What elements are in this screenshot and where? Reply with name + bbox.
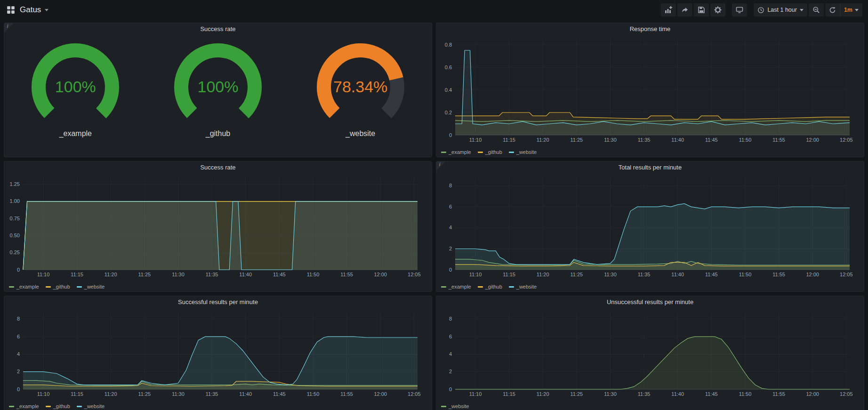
tv-mode-button[interactable] (732, 3, 747, 16)
legend-item-_github[interactable]: _github (478, 284, 502, 289)
legend-series-name: _github (53, 403, 70, 409)
svg-text:11:55: 11:55 (340, 272, 353, 277)
svg-text:11:45: 11:45 (273, 272, 286, 277)
gauge-github: 100% _github (151, 40, 285, 143)
svg-text:11:30: 11:30 (604, 272, 617, 277)
legend-color-marker (46, 286, 51, 288)
dashboard-settings-button[interactable] (710, 3, 725, 16)
svg-text:11:15: 11:15 (503, 272, 515, 277)
svg-text:11:15: 11:15 (503, 137, 515, 143)
gear-icon (714, 6, 722, 14)
zoom-out-button[interactable] (809, 3, 824, 16)
dashboard-caret-down-icon[interactable] (45, 9, 48, 11)
dashboard-header: Gatus (7, 5, 48, 15)
svg-text:12:05: 12:05 (840, 137, 853, 143)
chart-canvas[interactable]: 00.250.500.751.001.2511:1011:1511:2011:2… (6, 174, 429, 279)
svg-text:11:45: 11:45 (273, 391, 286, 397)
panel-title[interactable]: Success rate (4, 23, 432, 35)
svg-text:11:55: 11:55 (772, 391, 785, 397)
time-range-picker-button[interactable]: Last 1 hour (754, 3, 807, 16)
legend-item-_github[interactable]: _github (46, 284, 70, 289)
svg-text:11:10: 11:10 (37, 391, 50, 397)
svg-text:12:00: 12:00 (806, 137, 819, 143)
gauge-value: 100% (8, 78, 143, 96)
svg-text:11:50: 11:50 (307, 272, 320, 277)
add-panel-button[interactable] (661, 3, 676, 16)
panel-successful-results: Successful results per minute 0246811:10… (4, 296, 432, 410)
gauge-website: 78.34% _website (293, 40, 428, 143)
panel-info-icon[interactable]: i (436, 161, 446, 171)
legend-series-name: _website (449, 403, 469, 409)
top-navbar: Gatus (0, 0, 868, 20)
refresh-button[interactable] (825, 3, 840, 16)
time-series-plot[interactable]: 0246811:1011:1511:2011:2511:3011:3511:40… (438, 308, 861, 399)
chart-canvas[interactable]: 0246811:1011:1511:2011:2511:3011:3511:40… (438, 174, 861, 279)
chart-canvas[interactable]: 00.20.40.60.811:1011:1511:2011:2511:3011… (438, 35, 861, 145)
legend-item-_example[interactable]: _example (441, 149, 471, 155)
svg-text:11:50: 11:50 (739, 137, 752, 143)
svg-text:11:20: 11:20 (104, 272, 117, 277)
legend-series-name: _example (449, 284, 471, 289)
refresh-interval-button[interactable]: 1m (840, 3, 862, 16)
time-series-plot[interactable]: 0246811:1011:1511:2011:2511:3011:3511:40… (438, 174, 861, 279)
svg-text:6: 6 (449, 334, 452, 339)
legend-item-_example[interactable]: _example (9, 403, 39, 409)
legend-item-_website[interactable]: _website (77, 403, 104, 409)
legend-item-_website[interactable]: _website (77, 284, 104, 289)
legend-series-name: _github (53, 284, 70, 289)
svg-text:11:30: 11:30 (172, 272, 185, 277)
svg-text:11:25: 11:25 (138, 391, 151, 397)
svg-text:11:15: 11:15 (71, 272, 83, 277)
legend-color-marker (77, 286, 82, 288)
panel-title[interactable]: Success rate (4, 161, 432, 174)
svg-text:0.6: 0.6 (445, 64, 452, 70)
panel-response-time: Response time 00.20.40.60.811:1011:1511:… (436, 23, 864, 157)
svg-text:11:40: 11:40 (671, 272, 684, 277)
svg-text:11:40: 11:40 (671, 391, 684, 397)
svg-text:11:10: 11:10 (469, 137, 482, 143)
legend-item-_website[interactable]: _website (509, 149, 537, 155)
chart-canvas[interactable]: 0246811:1011:1511:2011:2511:3011:3511:40… (6, 308, 429, 399)
svg-text:11:25: 11:25 (138, 272, 151, 277)
svg-text:8: 8 (449, 183, 452, 188)
chart-legend: _example_github_website (441, 284, 537, 289)
svg-text:11:25: 11:25 (570, 137, 583, 143)
svg-text:2: 2 (449, 369, 452, 374)
chart-canvas[interactable]: 0246811:1011:1511:2011:2511:3011:3511:40… (438, 308, 861, 399)
panel-info-icon[interactable]: i (4, 23, 14, 32)
svg-text:0: 0 (449, 267, 452, 273)
panel-unsuccessful-results: Unsuccessful results per minute 0246811:… (436, 296, 864, 410)
legend-item-_github[interactable]: _github (46, 403, 70, 409)
series-_website (23, 337, 418, 389)
time-series-plot[interactable]: 00.250.500.751.001.2511:1011:1511:2011:2… (6, 174, 429, 279)
panel-title[interactable]: Response time (436, 23, 864, 35)
legend-color-marker (509, 152, 514, 153)
legend-series-name: _website (516, 284, 537, 289)
svg-text:11:20: 11:20 (537, 391, 549, 397)
gauge-label: _example (8, 129, 143, 138)
svg-text:11:35: 11:35 (206, 272, 218, 277)
navbar-actions: Last 1 hour (661, 3, 862, 16)
dashboard-title[interactable]: Gatus (20, 5, 41, 15)
time-series-plot[interactable]: 00.20.40.60.811:1011:1511:2011:2511:3011… (438, 35, 861, 145)
time-series-plot[interactable]: 0246811:1011:1511:2011:2511:3011:3511:40… (6, 308, 429, 399)
chart-legend: _website (441, 403, 469, 409)
share-dashboard-button[interactable] (677, 3, 692, 16)
legend-item-_example[interactable]: _example (441, 284, 471, 289)
save-dashboard-button[interactable] (694, 3, 709, 16)
svg-text:0.25: 0.25 (10, 249, 20, 255)
svg-text:2: 2 (17, 369, 20, 374)
panel-title[interactable]: Unsuccessful results per minute (436, 296, 864, 308)
legend-item-_github[interactable]: _github (478, 149, 502, 155)
refresh-interval-label: 1m (844, 7, 852, 13)
share-icon (681, 6, 689, 14)
svg-text:11:20: 11:20 (537, 272, 549, 277)
apps-grid-icon[interactable] (7, 6, 15, 14)
panel-title[interactable]: Successful results per minute (4, 296, 432, 308)
legend-item-_website[interactable]: _website (509, 284, 537, 289)
time-range-caret-down-icon (800, 9, 804, 11)
legend-item-_website[interactable]: _website (441, 403, 469, 409)
gauge-label: _github (151, 129, 285, 138)
panel-title[interactable]: Total results per minute (436, 161, 864, 174)
legend-item-_example[interactable]: _example (9, 284, 39, 289)
